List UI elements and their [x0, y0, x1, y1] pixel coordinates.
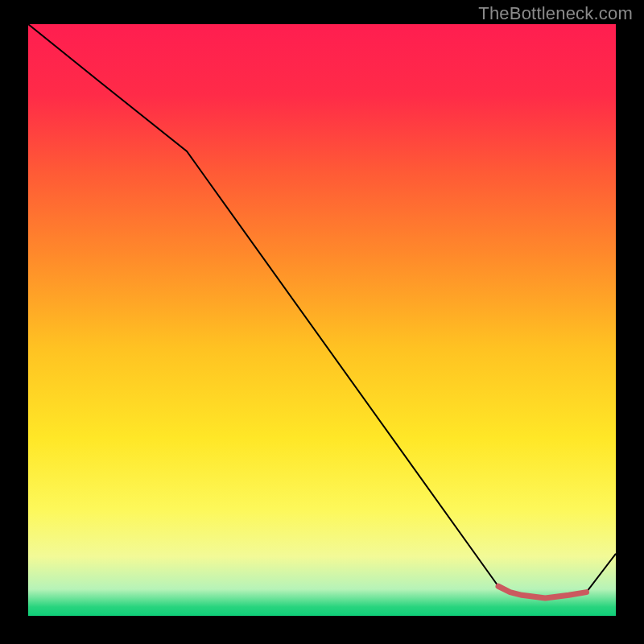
gradient-background	[28, 24, 616, 616]
chart-svg	[28, 24, 616, 616]
watermark-text: TheBottleneck.com	[478, 3, 633, 24]
chart-plot-area	[28, 24, 616, 616]
chart-frame: { "watermark": "TheBottleneck.com", "cha…	[0, 0, 644, 644]
